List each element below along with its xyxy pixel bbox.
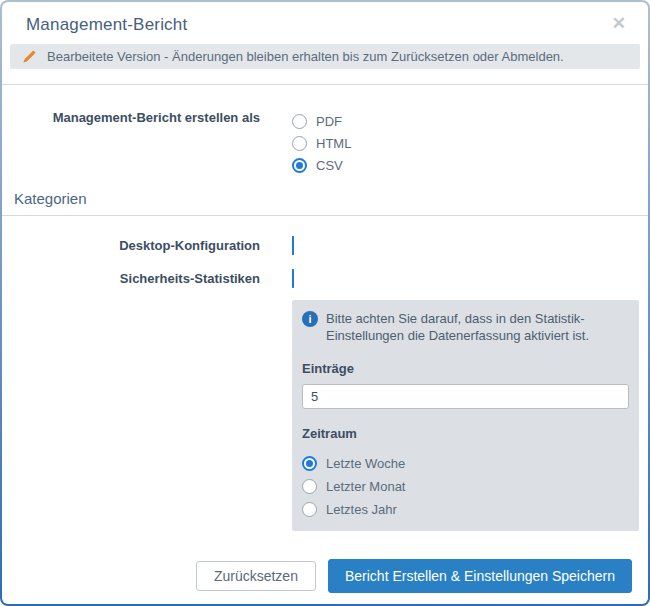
category-row-desktop: Desktop-Konfiguration: [2, 237, 648, 255]
period-options: Letzte Woche Letzter Monat Letztes Jahr: [302, 452, 629, 521]
radio-option-last-year[interactable]: Letztes Jahr: [302, 498, 629, 521]
radio-last-month-label: Letzter Monat: [326, 479, 406, 494]
radio-option-csv[interactable]: CSV: [292, 154, 351, 176]
radio-option-pdf[interactable]: PDF: [292, 110, 351, 132]
divider: [2, 215, 648, 216]
security-stats-checkbox[interactable]: [292, 269, 294, 288]
radio-last-year-label: Letztes Jahr: [326, 502, 397, 517]
notice-text: Bearbeitete Version - Änderungen bleiben…: [47, 49, 564, 64]
radio-last-week-label: Letzte Woche: [326, 456, 405, 471]
divider: [2, 84, 648, 85]
close-icon[interactable]: ✕: [612, 15, 626, 32]
edited-version-notice: Bearbeitete Version - Änderungen bleiben…: [10, 44, 640, 69]
radio-option-html[interactable]: HTML: [292, 132, 351, 154]
statistics-info: i Bitte achten Sie darauf, dass in den S…: [302, 310, 629, 344]
dialog-header: Management-Bericht ✕: [2, 2, 648, 35]
info-icon: i: [302, 311, 318, 327]
desktop-config-label: Desktop-Konfiguration: [2, 237, 260, 253]
radio-last-month[interactable]: [302, 479, 317, 494]
dialog-frame: Management-Bericht ✕ Bearbeitete Version…: [0, 0, 650, 606]
radio-last-week[interactable]: [302, 456, 317, 471]
desktop-config-checkbox[interactable]: [292, 236, 294, 255]
report-format-row: Management-Bericht erstellen als PDF HTM…: [2, 110, 648, 176]
report-format-label: Management-Bericht erstellen als: [2, 110, 260, 125]
entries-input[interactable]: [302, 384, 629, 409]
radio-csv[interactable]: [292, 158, 307, 173]
radio-html[interactable]: [292, 136, 307, 151]
security-stats-label: Sicherheits-Statistiken: [2, 270, 260, 286]
radio-option-last-week[interactable]: Letzte Woche: [302, 452, 629, 475]
radio-option-last-month[interactable]: Letzter Monat: [302, 475, 629, 498]
radio-last-year[interactable]: [302, 502, 317, 517]
entries-label: Einträge: [302, 361, 629, 376]
radio-pdf[interactable]: [292, 114, 307, 129]
radio-html-label: HTML: [316, 136, 351, 151]
categories-heading: Kategorien: [14, 190, 636, 207]
page-title: Management-Bericht: [26, 15, 187, 35]
radio-csv-label: CSV: [316, 158, 343, 173]
pencil-icon: [22, 49, 37, 64]
radio-pdf-label: PDF: [316, 114, 342, 129]
reset-button[interactable]: Zurücksetzen: [196, 561, 316, 591]
statistics-settings-panel: i Bitte achten Sie darauf, dass in den S…: [292, 300, 639, 531]
create-report-save-button[interactable]: Bericht Erstellen & Einstellungen Speich…: [328, 559, 632, 593]
statistics-info-text: Bitte achten Sie darauf, dass in den Sta…: [326, 310, 616, 344]
report-format-options: PDF HTML CSV: [292, 110, 351, 176]
period-label: Zeitraum: [302, 426, 629, 441]
category-row-security: Sicherheits-Statistiken: [2, 270, 648, 288]
dialog-footer: Zurücksetzen Bericht Erstellen & Einstel…: [196, 559, 632, 593]
management-report-dialog: Management-Bericht ✕ Bearbeitete Version…: [2, 2, 648, 604]
